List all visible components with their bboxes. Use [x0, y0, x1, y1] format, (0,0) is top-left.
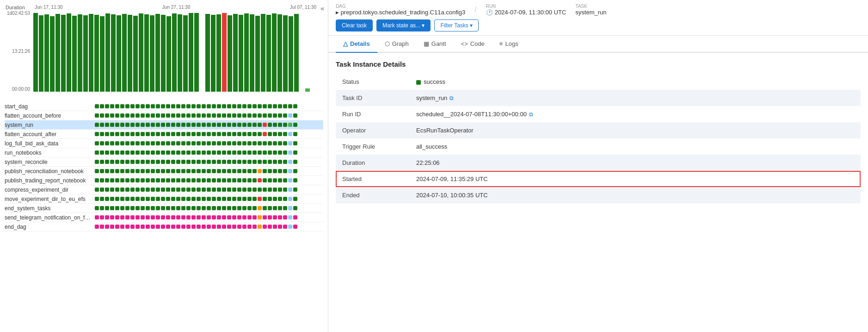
status-dot[interactable]: [100, 215, 104, 219]
status-dot[interactable]: [197, 141, 201, 145]
status-dot[interactable]: [191, 206, 196, 210]
status-dot[interactable]: [115, 206, 119, 210]
status-dot[interactable]: [197, 169, 201, 173]
status-dot[interactable]: [146, 215, 150, 219]
status-dot[interactable]: [202, 188, 206, 192]
status-dot[interactable]: [237, 141, 241, 145]
filter-tasks-button[interactable]: Filter Tasks: [434, 19, 479, 31]
status-dot[interactable]: [252, 169, 257, 173]
status-dot[interactable]: [222, 150, 226, 155]
status-dot[interactable]: [130, 104, 135, 108]
status-dot[interactable]: [263, 104, 267, 108]
status-dot[interactable]: [258, 141, 262, 145]
status-dot[interactable]: [125, 123, 129, 127]
status-dot[interactable]: [115, 188, 119, 192]
status-dot[interactable]: [288, 206, 292, 210]
status-dot[interactable]: [263, 141, 267, 145]
status-dot[interactable]: [217, 188, 221, 192]
status-dot[interactable]: [130, 206, 135, 210]
status-dot[interactable]: [217, 104, 221, 108]
status-dot[interactable]: [278, 132, 282, 136]
status-dot[interactable]: [105, 132, 109, 136]
status-dot[interactable]: [186, 123, 191, 127]
status-dot[interactable]: [100, 150, 104, 155]
status-dot[interactable]: [191, 178, 196, 182]
status-dot[interactable]: [186, 225, 191, 229]
status-dot[interactable]: [273, 141, 277, 145]
status-dot[interactable]: [293, 169, 297, 173]
status-dot[interactable]: [115, 178, 119, 182]
status-dot[interactable]: [278, 150, 282, 155]
status-dot[interactable]: [237, 104, 241, 108]
status-dot[interactable]: [95, 178, 99, 182]
status-dot[interactable]: [273, 150, 277, 155]
status-dot[interactable]: [247, 215, 252, 219]
status-dot[interactable]: [120, 141, 124, 145]
status-dot[interactable]: [232, 132, 236, 136]
status-dot[interactable]: [95, 225, 99, 229]
status-dot[interactable]: [166, 225, 170, 229]
status-dot[interactable]: [181, 113, 185, 118]
status-dot[interactable]: [212, 113, 216, 118]
status-dot[interactable]: [181, 160, 185, 164]
status-dot[interactable]: [95, 160, 99, 164]
status-dot[interactable]: [186, 215, 191, 219]
task-row[interactable]: end_system_tasks: [5, 204, 323, 213]
status-dot[interactable]: [186, 197, 191, 201]
status-dot[interactable]: [110, 197, 114, 201]
tab-gantt[interactable]: ▦Gantt: [416, 36, 454, 53]
status-dot[interactable]: [146, 141, 150, 145]
status-dot[interactable]: [135, 197, 140, 201]
status-dot[interactable]: [110, 132, 114, 136]
status-dot[interactable]: [141, 150, 145, 155]
status-dot[interactable]: [161, 160, 165, 164]
status-dot[interactable]: [110, 215, 114, 219]
status-dot[interactable]: [283, 104, 287, 108]
status-dot[interactable]: [110, 188, 114, 192]
status-dot[interactable]: [222, 160, 226, 164]
status-dot[interactable]: [232, 197, 236, 201]
status-dot[interactable]: [181, 178, 185, 182]
status-dot[interactable]: [191, 160, 196, 164]
status-dot[interactable]: [176, 206, 180, 210]
status-dot[interactable]: [217, 132, 221, 136]
status-dot[interactable]: [156, 169, 160, 173]
status-dot[interactable]: [100, 225, 104, 229]
status-dot[interactable]: [141, 113, 145, 118]
status-dot[interactable]: [278, 188, 282, 192]
status-dot[interactable]: [242, 197, 246, 201]
status-dot[interactable]: [146, 160, 150, 164]
status-dot[interactable]: [95, 215, 99, 219]
status-dot[interactable]: [115, 141, 119, 145]
status-dot[interactable]: [268, 141, 272, 145]
status-dot[interactable]: [135, 215, 140, 219]
status-dot[interactable]: [105, 169, 109, 173]
status-dot[interactable]: [273, 113, 277, 118]
status-dot[interactable]: [293, 160, 297, 164]
status-dot[interactable]: [202, 141, 206, 145]
status-dot[interactable]: [263, 178, 267, 182]
status-dot[interactable]: [283, 169, 287, 173]
status-dot[interactable]: [100, 113, 104, 118]
detail-value[interactable]: system_run⧉: [410, 90, 861, 106]
status-dot[interactable]: [105, 197, 109, 201]
status-dot[interactable]: [293, 132, 297, 136]
status-dot[interactable]: [171, 104, 175, 108]
status-dot[interactable]: [227, 113, 231, 118]
status-dot[interactable]: [237, 132, 241, 136]
status-dot[interactable]: [130, 132, 135, 136]
status-dot[interactable]: [268, 169, 272, 173]
status-dot[interactable]: [288, 215, 292, 219]
status-dot[interactable]: [181, 188, 185, 192]
status-dot[interactable]: [237, 206, 241, 210]
status-dot[interactable]: [217, 160, 221, 164]
status-dot[interactable]: [212, 141, 216, 145]
status-dot[interactable]: [191, 104, 196, 108]
status-dot[interactable]: [161, 169, 165, 173]
status-dot[interactable]: [232, 123, 236, 127]
status-dot[interactable]: [242, 123, 246, 127]
status-dot[interactable]: [252, 150, 257, 155]
status-dot[interactable]: [288, 169, 292, 173]
status-dot[interactable]: [135, 206, 140, 210]
status-dot[interactable]: [125, 104, 129, 108]
